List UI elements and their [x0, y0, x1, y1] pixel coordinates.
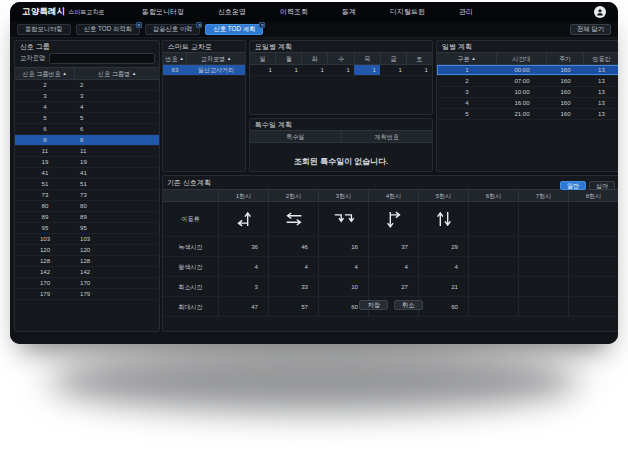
tab-item[interactable]: 통합모니터링	[17, 24, 71, 35]
weekday-plan-cell[interactable]: 1	[302, 65, 328, 75]
daily-plan-panel: 일별 계획 구분▲시간대주기연동값 100:0016013207:0016013…	[436, 40, 618, 172]
signal-group-row[interactable]: 8080	[15, 201, 159, 212]
app-logo[interactable]: 고양특례시 스마트교차로	[10, 6, 138, 18]
nav-menu-item[interactable]: 신호운영	[218, 7, 246, 17]
weekday-plan-cell[interactable]: 1	[276, 65, 302, 75]
daily-plan-row[interactable]: 416:0016013	[437, 98, 618, 109]
signal-group-row[interactable]: 8989	[15, 212, 159, 223]
tab-close-icon[interactable]: ×	[136, 22, 142, 28]
division-cell: 1	[437, 65, 497, 75]
nav-menu-item[interactable]: 이력조회	[280, 7, 308, 17]
signal-group-row[interactable]: 7373	[15, 190, 159, 201]
signal-group-row[interactable]: 55	[15, 113, 159, 124]
daily-plan-row[interactable]: 310:0016013	[437, 87, 618, 98]
phase-column-header: 7현시	[519, 190, 569, 201]
user-menu-button[interactable]	[594, 6, 606, 18]
group-name-cell: 103	[75, 234, 159, 244]
phase-column-header: 1현시	[219, 190, 269, 201]
intersection-number-header[interactable]: 번호▲	[163, 53, 187, 64]
signal-group-row[interactable]: 66	[15, 124, 159, 135]
nav-menu-item[interactable]: 관리	[459, 7, 473, 17]
smart-intersection-row[interactable]: 63일산교사거리	[163, 65, 245, 76]
weekday-header-row: 일월화수목금토	[250, 52, 432, 65]
signal-group-row[interactable]: 170170	[15, 278, 159, 289]
movement-cell	[219, 202, 269, 236]
signal-group-row[interactable]: 142142	[15, 267, 159, 278]
time-slot-cell: 16:00	[497, 98, 547, 108]
offset-header[interactable]: 연동값	[584, 53, 618, 64]
cycle-header[interactable]: 주기	[547, 53, 584, 64]
group-number-cell: 6	[15, 124, 75, 134]
nav-menu-item[interactable]: 통합모니터링	[142, 7, 184, 17]
signal-group-row[interactable]: 120120	[15, 245, 159, 256]
footer-actions: 저장 취소	[162, 300, 618, 310]
tab-close-icon[interactable]: ×	[196, 22, 202, 28]
phase-time-cell: 36	[219, 237, 269, 256]
signal-group-row[interactable]: 9595	[15, 223, 159, 234]
opposing-through-vertical-icon	[432, 208, 456, 230]
signal-group-row[interactable]: 22	[15, 80, 159, 91]
daily-plan-row[interactable]: 521:0016013	[437, 109, 618, 120]
weekday-plan-cell[interactable]: 1	[250, 65, 276, 75]
group-number-cell: 95	[15, 223, 75, 233]
nav-menu-item[interactable]: 통계	[342, 7, 356, 17]
daily-plan-row[interactable]: 100:0016013	[437, 65, 618, 76]
movement-cell	[569, 202, 618, 236]
time-slot-header[interactable]: 시간대	[497, 53, 547, 64]
phase-time-cell	[569, 277, 618, 296]
signal-group-row[interactable]: 179179	[15, 289, 159, 300]
weekday-plan-cell[interactable]: 1	[354, 65, 380, 75]
sort-ascending-icon: ▲	[180, 56, 184, 61]
tab-item[interactable]: 감응신호 이력×	[145, 24, 201, 35]
group-number-cell: 142	[15, 267, 75, 277]
tab-item[interactable]: 신호 TOD 계획×	[205, 24, 263, 35]
signal-group-row[interactable]: 1919	[15, 157, 159, 168]
phase-time-cell: 4	[419, 257, 469, 276]
daily-plan-row[interactable]: 207:0016013	[437, 76, 618, 87]
offset-cell: 13	[584, 87, 618, 97]
offset-cell: 13	[584, 109, 618, 119]
save-button[interactable]: 저장	[359, 300, 388, 310]
group-number-cell: 51	[15, 179, 75, 189]
phase-time-cell: 37	[369, 237, 419, 256]
tab-close-icon[interactable]: ×	[259, 22, 265, 28]
signal-group-row[interactable]: 128128	[15, 256, 159, 267]
phase-column-header: 6현시	[469, 190, 519, 201]
signal-group-row[interactable]: 88	[15, 135, 159, 146]
signal-group-name-header[interactable]: 신호 그룹명▲	[75, 68, 159, 79]
signal-group-row[interactable]: 4141	[15, 168, 159, 179]
smart-intersection-title: 스마트 교차로	[163, 41, 245, 52]
group-number-cell: 4	[15, 102, 75, 112]
plan-view-toggle-inactive[interactable]: 심야	[589, 181, 615, 190]
plan-view-toggle-active[interactable]: 일반	[560, 181, 586, 190]
close-all-tabs-button[interactable]: 전체 닫기	[570, 24, 611, 35]
cancel-button[interactable]: 취소	[394, 300, 423, 310]
special-day-plan-panel: 특수일 계획 특수일 계획번호 조회된 특수일이 없습니다.	[249, 118, 433, 172]
smart-intersection-table-header: 번호▲교차로명▲	[163, 52, 245, 65]
smart-intersection-panel: 스마트 교차로 번호▲교차로명▲ 63일산교사거리	[162, 40, 246, 172]
group-name-cell: 128	[75, 256, 159, 266]
signal-group-row[interactable]: 5151	[15, 179, 159, 190]
movement-cell	[269, 202, 319, 236]
weekday-header-cell: 토	[407, 53, 432, 64]
group-name-cell: 51	[75, 179, 159, 189]
time-slot-cell: 00:00	[497, 65, 547, 75]
intersection-name-input[interactable]	[49, 53, 155, 64]
signal-group-row[interactable]: 44	[15, 102, 159, 113]
group-number-cell: 103	[15, 234, 75, 244]
signal-group-row[interactable]: 33	[15, 91, 159, 102]
signal-group-number-header[interactable]: 신호 그룹번호▲	[15, 68, 75, 79]
tab-item[interactable]: 신호 TOD 최적화×	[76, 24, 140, 35]
signal-group-row[interactable]: 1111	[15, 146, 159, 157]
weekday-plan-cell[interactable]: 1	[380, 65, 406, 75]
signal-group-title: 신호 그룹	[15, 41, 159, 52]
division-header[interactable]: 구분▲	[437, 53, 497, 64]
weekday-plan-cell[interactable]: 1	[406, 65, 432, 75]
daily-plan-table-header: 구분▲시간대주기연동값	[437, 52, 618, 65]
phase-time-cell	[469, 237, 519, 256]
signal-group-row[interactable]: 103103	[15, 234, 159, 245]
offset-cell: 13	[584, 98, 618, 108]
nav-menu-item[interactable]: 디지털트윈	[390, 7, 425, 17]
intersection-name-header[interactable]: 교차로명▲	[187, 53, 245, 64]
weekday-plan-cell[interactable]: 1	[328, 65, 354, 75]
